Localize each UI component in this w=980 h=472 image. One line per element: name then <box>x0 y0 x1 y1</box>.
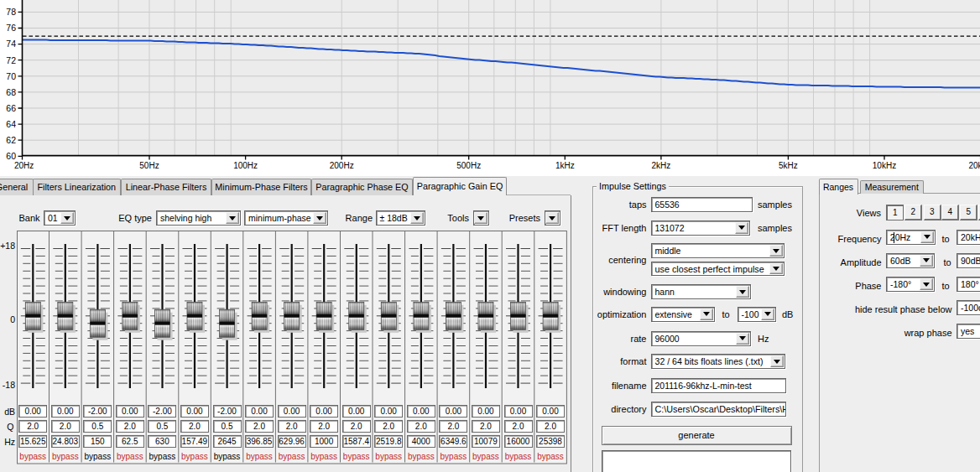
svg-text:72: 72 <box>6 55 16 65</box>
svg-text:68: 68 <box>6 87 16 97</box>
svg-text:78: 78 <box>6 7 16 17</box>
svg-text:20Hz: 20Hz <box>14 161 34 170</box>
svg-text:500Hz: 500Hz <box>456 161 481 170</box>
svg-text:2kHz: 2kHz <box>652 161 671 170</box>
svg-text:70: 70 <box>6 71 16 81</box>
svg-text:76: 76 <box>6 23 16 33</box>
svg-text:10kHz: 10kHz <box>873 161 896 170</box>
svg-text:100Hz: 100Hz <box>233 161 258 170</box>
svg-text:66: 66 <box>6 103 16 113</box>
svg-text:5kHz: 5kHz <box>779 161 798 170</box>
svg-text:74: 74 <box>6 39 16 49</box>
svg-text:1kHz: 1kHz <box>555 161 575 170</box>
svg-text:62: 62 <box>6 135 16 145</box>
svg-text:20kHz: 20kHz <box>968 161 980 170</box>
svg-text:64: 64 <box>6 119 16 129</box>
svg-text:200Hz: 200Hz <box>330 161 354 170</box>
svg-text:60: 60 <box>6 151 16 161</box>
svg-text:50Hz: 50Hz <box>139 161 159 170</box>
